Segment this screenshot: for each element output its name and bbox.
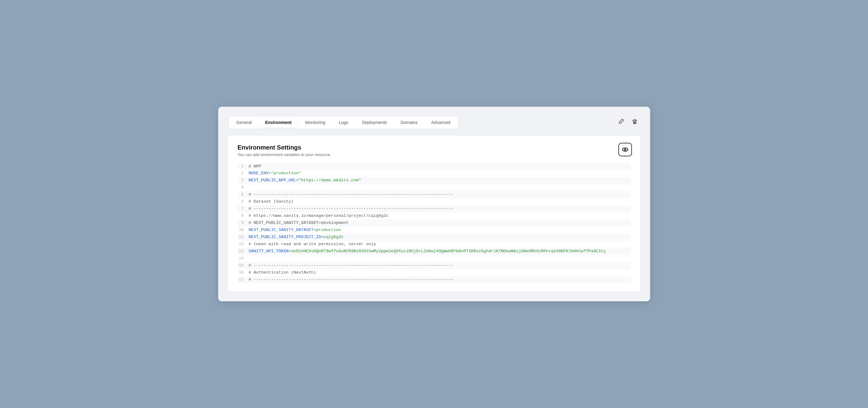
line-content: NEXT_PUBLIC_SANITY_DATASET=production xyxy=(249,227,341,234)
tab-bar: General Environment Monitoring Logs Depl… xyxy=(227,116,641,129)
code-line-14: 14 xyxy=(238,255,631,262)
line-content: # NEXT_PUBLIC_SANITY_DATASET=development xyxy=(249,219,349,227)
line-number: 4 xyxy=(238,184,249,191)
line-number: 10 xyxy=(238,227,249,233)
code-line-6: 6 # Dataset (Sanity) xyxy=(238,198,631,205)
tab-monitoring[interactable]: Monitoring xyxy=(299,117,332,127)
line-content: # --------------------------------------… xyxy=(249,191,454,198)
code-line-9: 9 # NEXT_PUBLIC_SANITY_DATASET=developme… xyxy=(238,219,631,227)
tab-logs[interactable]: Logs xyxy=(333,117,354,127)
panel-subtitle: You can add environment variables to you… xyxy=(238,152,631,157)
code-line-2: 2 NODE_ENV="production" xyxy=(238,170,631,177)
line-number: 16 xyxy=(238,269,249,276)
tab-actions xyxy=(616,117,640,127)
code-line-12: 12 # token with read and write permissio… xyxy=(238,241,631,248)
line-content xyxy=(249,184,251,191)
code-line-16: 16 # Authentication (NextAuth) xyxy=(238,269,631,276)
content-panel: Environment Settings You can add environ… xyxy=(227,135,641,292)
code-line-10: 10 NEXT_PUBLIC_SANITY_DATASET=production xyxy=(238,227,631,234)
code-line-3: 3 NEXT_PUBLIC_APP_URL="https://demo.mkdi… xyxy=(238,177,631,184)
code-block: 1 # APP 2 NODE_ENV="production" 3 NEXT_P… xyxy=(238,163,631,283)
line-number: 3 xyxy=(238,177,249,184)
line-number: 2 xyxy=(238,170,249,177)
line-content: # --------------------------------------… xyxy=(249,276,454,283)
line-content: SANITY_API_TOKEN=skD1hHESs6QnR79wffoGuNC… xyxy=(249,248,606,255)
edit-button[interactable] xyxy=(616,117,626,127)
line-number: 7 xyxy=(238,205,249,212)
eye-icon xyxy=(622,146,628,153)
delete-button[interactable] xyxy=(630,117,640,127)
line-content: # --------------------------------------… xyxy=(249,262,454,269)
code-line-4: 4 xyxy=(238,184,631,191)
line-content: # --------------------------------------… xyxy=(249,205,454,212)
panel-header: Environment Settings You can add environ… xyxy=(238,144,631,157)
line-content: # Dataset (Sanity) xyxy=(249,198,294,205)
svg-point-3 xyxy=(622,148,628,151)
tabs-container: General Environment Monitoring Logs Depl… xyxy=(229,116,458,129)
line-number: 9 xyxy=(238,219,249,226)
line-number: 15 xyxy=(238,262,249,269)
line-number: 13 xyxy=(238,248,249,255)
code-line-13: 13 SANITY_API_TOKEN=skD1hHESs6QnR79wffoG… xyxy=(238,248,631,255)
line-content: # APP xyxy=(249,163,261,170)
tab-environment[interactable]: Environment xyxy=(259,117,298,127)
main-window: General Environment Monitoring Logs Depl… xyxy=(218,107,650,302)
toggle-visibility-button[interactable] xyxy=(618,143,632,156)
code-line-5: 5 # ------------------------------------… xyxy=(238,191,631,198)
code-line-8: 8 # https://www.sanity.io/manage/persona… xyxy=(238,212,631,219)
line-number: 12 xyxy=(238,241,249,248)
line-content: # Authentication (NextAuth) xyxy=(249,269,316,276)
code-line-1: 1 # APP xyxy=(238,163,631,170)
line-content xyxy=(249,255,251,262)
line-content: # token with read and write permission, … xyxy=(249,241,376,248)
line-number: 17 xyxy=(238,276,249,283)
tab-deployments[interactable]: Deployments xyxy=(356,117,394,127)
code-line-7: 7 # ------------------------------------… xyxy=(238,205,631,212)
line-number: 14 xyxy=(238,255,249,262)
tab-advanced[interactable]: Advanced xyxy=(425,117,457,127)
line-number: 5 xyxy=(238,191,249,198)
panel-title: Environment Settings xyxy=(238,144,631,151)
line-content: NEXT_PUBLIC_APP_URL="https://demo.mkdirs… xyxy=(249,177,361,184)
line-number: 8 xyxy=(238,212,249,219)
line-content: # https://www.sanity.io/manage/personal/… xyxy=(249,212,389,219)
code-line-15: 15 # -----------------------------------… xyxy=(238,262,631,269)
line-content: NODE_ENV="production" xyxy=(249,170,301,177)
tab-domains[interactable]: Domains xyxy=(394,117,424,127)
code-line-17: 17 # -----------------------------------… xyxy=(238,276,631,283)
svg-point-4 xyxy=(624,149,626,150)
line-content: NEXT_PUBLIC_SANITY_PROJECT_ID=cqlg6g2c xyxy=(249,234,344,241)
line-number: 1 xyxy=(238,163,249,170)
line-number: 6 xyxy=(238,198,249,205)
code-line-11: 11 NEXT_PUBLIC_SANITY_PROJECT_ID=cqlg6g2… xyxy=(238,234,631,241)
tab-general[interactable]: General xyxy=(230,117,258,127)
line-number: 11 xyxy=(238,234,249,241)
